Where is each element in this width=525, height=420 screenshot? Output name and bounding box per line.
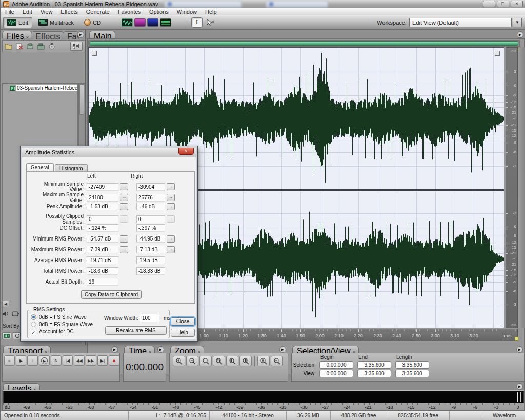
restore-button[interactable]: □: [497, 1, 509, 7]
tab-files[interactable]: Files×: [2, 31, 32, 38]
zoom-to-selection-button[interactable]: [213, 356, 225, 366]
vertical-scrollbar[interactable]: [518, 47, 525, 328]
show-audio-files-toggle[interactable]: [2, 332, 11, 339]
menu-edit[interactable]: Edit: [18, 8, 36, 15]
close-icon[interactable]: ×: [26, 35, 29, 40]
right-channel-marker-icon[interactable]: [495, 51, 500, 56]
menu-help[interactable]: Help: [201, 8, 221, 15]
zoom-in-horizontal-button[interactable]: [173, 356, 185, 366]
selection-value-field[interactable]: 3:35.600: [395, 361, 429, 369]
left-channel-marker-icon[interactable]: [92, 51, 97, 56]
tab-selection-view[interactable]: Selection/View×: [292, 346, 359, 353]
dialog-close-button[interactable]: ×: [178, 148, 194, 155]
stat-arrow-button-right[interactable]: →: [167, 246, 175, 253]
fast-forward-button[interactable]: ▶▶: [86, 355, 96, 366]
show-spectral-phase-button[interactable]: [147, 18, 158, 27]
show-waveform-button[interactable]: [122, 18, 133, 27]
loop-preview-icon[interactable]: [12, 311, 19, 317]
selection-value-field[interactable]: 3:35.600: [357, 370, 391, 377]
tab-effects[interactable]: Effects: [31, 31, 64, 39]
view-end-handle[interactable]: [515, 337, 518, 341]
menu-view[interactable]: View: [36, 8, 57, 15]
close-button[interactable]: ×: [511, 1, 523, 7]
file-list-item[interactable]: 03-Spanish Harlem-Rebeca Pidge: [10, 85, 77, 91]
tab-favorites[interactable]: Favo: [63, 31, 79, 39]
zoom-out-horizontal-button[interactable]: [186, 356, 198, 366]
show-spectral-frequency-button[interactable]: [134, 18, 146, 27]
stat-arrow-button-left[interactable]: →: [120, 203, 128, 210]
show-spectral-pan-button[interactable]: [160, 18, 171, 27]
minimize-button[interactable]: –: [483, 1, 495, 7]
scrollbar-thumb[interactable]: [79, 84, 84, 115]
help-button[interactable]: Help: [171, 329, 195, 337]
time-panel-menu-button[interactable]: ▶: [157, 346, 164, 353]
play-button[interactable]: ▶: [16, 355, 27, 366]
selection-value-field[interactable]: 0:00.000: [319, 370, 353, 377]
workspace-dropdown-button[interactable]: ▼: [513, 18, 522, 27]
menu-options[interactable]: Options: [145, 8, 173, 15]
menu-effects[interactable]: Effects: [56, 8, 82, 15]
pause-button[interactable]: ‖: [27, 355, 38, 366]
transport-panel-menu-button[interactable]: ▶: [111, 346, 118, 353]
selection-panel-menu-button[interactable]: ▶: [516, 346, 523, 353]
menu-file[interactable]: File: [1, 8, 18, 15]
play-looped-button[interactable]: ↻: [51, 355, 62, 366]
files-options-toggle-button[interactable]: [70, 42, 83, 51]
levels-panel-menu-button[interactable]: ▶: [516, 383, 523, 390]
go-to-beginning-button[interactable]: |◀: [63, 355, 73, 366]
stat-arrow-button-left[interactable]: →: [120, 194, 128, 201]
copy-data-button[interactable]: Copy Data to Clipboard: [81, 290, 142, 299]
dialog-title-bar[interactable]: Amplitude Statistics: [22, 148, 196, 157]
amplitude-ruler[interactable]: dBdB-3-3-6-6-9-9-12-12-15-15-21-21-∞-3-3…: [506, 47, 518, 328]
selection-value-field[interactable]: 0:00.000: [319, 361, 353, 369]
menu-favorites[interactable]: Favorites: [114, 8, 145, 15]
insert-into-multitrack-button[interactable]: [36, 42, 46, 50]
record-button[interactable]: ●: [109, 355, 119, 366]
stat-arrow-button-right[interactable]: →: [167, 203, 175, 210]
level-meter[interactable]: [3, 391, 524, 403]
play-from-cursor-button[interactable]: ▶: [39, 355, 50, 366]
zoom-in-left-edge-button[interactable]: [226, 356, 238, 366]
menu-generate[interactable]: Generate: [82, 8, 114, 15]
scrub-tool-button[interactable]: [205, 17, 216, 28]
stat-arrow-button-left[interactable]: →: [120, 235, 128, 243]
horizontal-scrollbar-thumb[interactable]: [90, 41, 518, 46]
cd-view-button[interactable]: CD: [80, 17, 105, 28]
tab-levels[interactable]: Levels×: [3, 383, 40, 390]
zoom-panel-menu-button[interactable]: ▶: [279, 346, 286, 353]
tab-main[interactable]: Main: [89, 31, 115, 38]
close-file-button[interactable]: [14, 42, 24, 50]
selection-value-field[interactable]: 3:35.600: [395, 370, 429, 377]
zoom-out-full-button[interactable]: [199, 356, 212, 366]
tab-histogram[interactable]: Histogram: [55, 164, 88, 172]
tab-general[interactable]: General: [26, 163, 54, 172]
rewind-button[interactable]: ◀◀: [74, 355, 85, 366]
hscroll-left-button[interactable]: ◀: [2, 301, 9, 307]
zoom-out-vertical-button[interactable]: [271, 356, 283, 366]
go-to-end-button[interactable]: ▶|: [97, 355, 108, 366]
speaker-icon[interactable]: [2, 311, 10, 317]
close-dialog-button[interactable]: Close: [171, 317, 195, 326]
selection-value-field[interactable]: 3:35.600: [357, 361, 391, 369]
stat-arrow-button-right[interactable]: →: [167, 235, 175, 243]
stat-arrow-button-right[interactable]: →: [167, 183, 175, 190]
main-panel-menu-button[interactable]: ▶: [517, 31, 523, 38]
zoom-in-right-edge-button[interactable]: [239, 356, 252, 366]
tab-transport[interactable]: Transport×: [3, 346, 51, 353]
time-selection-tool-button[interactable]: I: [191, 17, 203, 28]
workspace-select[interactable]: Edit View (Default): [409, 18, 512, 27]
tab-zoom[interactable]: Zoom×: [170, 346, 204, 353]
tab-time[interactable]: Time×: [124, 346, 155, 353]
edit-view-button[interactable]: Edit: [3, 17, 32, 28]
window-width-input[interactable]: [140, 314, 159, 322]
multitrack-view-button[interactable]: Multitrack: [34, 17, 78, 28]
import-file-button[interactable]: [4, 42, 13, 50]
stat-arrow-button-left[interactable]: →: [120, 246, 128, 253]
stat-arrow-button-right[interactable]: →: [167, 194, 175, 201]
edit-file-button[interactable]: [25, 42, 35, 50]
menu-window[interactable]: Window: [173, 8, 201, 15]
stat-arrow-button-left[interactable]: →: [120, 183, 128, 190]
horizontal-scrollbar-track[interactable]: [88, 40, 520, 47]
zoom-in-vertical-button[interactable]: [257, 356, 270, 366]
insert-into-cd-button[interactable]: [47, 42, 56, 50]
